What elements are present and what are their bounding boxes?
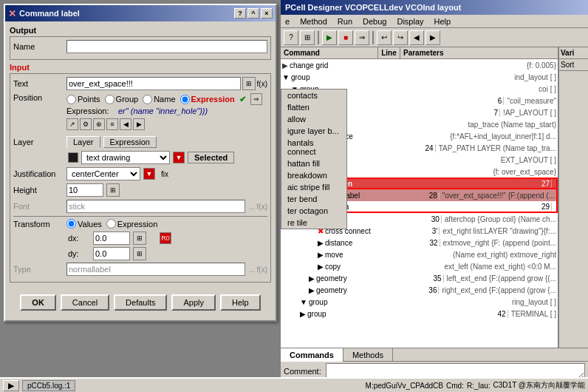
input-section: Text ⊞ f(x) Position Points Group Name E… xyxy=(10,73,271,283)
cancel-button[interactable]: Cancel xyxy=(61,294,109,311)
menu-display[interactable]: Display xyxy=(395,17,425,26)
menu-run[interactable]: Run xyxy=(336,17,354,26)
layer-tab-expression[interactable]: Expression xyxy=(103,136,157,148)
expr-value-text: er" (name "inner_hole"))) xyxy=(118,107,208,115)
toolbar-btn-back[interactable]: ◀ xyxy=(409,30,424,45)
icon-btn-4[interactable]: ≡ xyxy=(106,118,118,130)
height-label: Height xyxy=(13,186,64,195)
context-menu: contacts flatten allow igure layer b... … xyxy=(281,89,347,229)
output-section: Name xyxy=(10,36,271,60)
radio-name[interactable]: Name xyxy=(143,95,175,104)
type-input[interactable] xyxy=(66,263,245,276)
icon-btn-6[interactable]: ▶ xyxy=(133,118,145,130)
status-left: M:pedGuiVv_CPAddCB xyxy=(366,382,443,390)
pcell-title: PCell Designer VCOPCELLdev VCOInd layout xyxy=(285,3,461,12)
ok-button[interactable]: OK xyxy=(20,294,56,311)
sort-label[interactable]: Sort xyxy=(559,59,588,71)
radio-expression2[interactable]: Expression xyxy=(106,219,157,229)
toolbar-btn-1[interactable]: ? xyxy=(284,30,298,45)
pcell-titlebar: PCell Designer VCOPCELLdev VCOInd layout xyxy=(281,0,588,15)
tree-row[interactable]: ▶change grid {f: 0.005} xyxy=(281,59,558,71)
icon-btn-1[interactable]: ↗ xyxy=(66,118,78,130)
tree-row-copy[interactable]: ▶copy ext_left (Name ext_right) <0:0 M..… xyxy=(281,260,558,272)
apply-button[interactable]: Apply xyxy=(171,294,216,311)
menu-help[interactable]: Help xyxy=(433,17,453,26)
dx-label: dx: xyxy=(68,234,90,243)
dialog-minimize-btn[interactable]: ^ xyxy=(247,8,259,18)
icon-btn-3[interactable]: ⊕ xyxy=(93,118,105,130)
radio-values[interactable]: Values xyxy=(66,219,102,229)
layer-tab-layer[interactable]: Layer xyxy=(66,136,100,148)
dy-input[interactable] xyxy=(93,247,130,260)
ctx-ter-octagon[interactable]: ter octagon xyxy=(281,205,346,217)
ctx-contacts[interactable]: contacts xyxy=(281,89,346,101)
ctx-ter-bend[interactable]: ter bend xyxy=(281,193,346,205)
start-button[interactable]: ▶ xyxy=(3,380,19,391)
tree-row-move[interactable]: ▶move (Name ext_right) extmove_right xyxy=(281,249,558,260)
tree-row-distance[interactable]: ▶distance 32 extmove_right {F: (append (… xyxy=(281,237,558,249)
tree-row-group5[interactable]: ▼group ring_layout [ ] xyxy=(281,296,558,308)
dy-calc-btn[interactable]: ⊞ xyxy=(133,247,146,260)
dx-input[interactable] xyxy=(93,232,130,245)
text-calc-btn[interactable]: ⊞ xyxy=(242,77,256,90)
dx-calc-btn[interactable]: ⊞ xyxy=(133,232,146,245)
text-input[interactable] xyxy=(66,77,241,90)
text-fx-label: f(x) xyxy=(257,80,267,88)
height-input[interactable] xyxy=(66,183,103,197)
tree-row-group1[interactable]: ▼group ind_layout [ ] xyxy=(281,71,558,83)
layer-red-btn[interactable]: ▼ xyxy=(173,152,185,163)
ctx-hantals-connect[interactable]: hantals connect xyxy=(281,137,346,158)
tab-commands[interactable]: Commands xyxy=(281,348,343,362)
defaults-button[interactable]: Defaults xyxy=(114,294,167,311)
toolbar-btn-2[interactable]: ⊞ xyxy=(300,30,315,45)
name-input[interactable] xyxy=(66,40,267,53)
font-label: Font xyxy=(13,202,64,211)
dialog-close-btn[interactable]: × xyxy=(261,8,273,18)
ctx-aic-stripe[interactable]: aic stripe fill xyxy=(281,181,346,193)
layer-selected-btn[interactable]: Selected xyxy=(188,152,234,163)
menu-e[interactable]: e xyxy=(284,17,291,26)
toolbar-btn-play[interactable]: ▶ xyxy=(322,30,337,45)
justification-red-btn[interactable]: ▼ xyxy=(143,168,155,180)
line-header: Line xyxy=(378,47,400,58)
icon-btn-2[interactable]: ⚙ xyxy=(80,118,92,130)
font-input[interactable] xyxy=(66,200,245,213)
ctx-figure-layer[interactable]: igure layer b... xyxy=(281,125,346,137)
r0-btn[interactable]: R0 xyxy=(160,232,171,244)
tab-methods[interactable]: Methods xyxy=(343,348,393,362)
radio-points[interactable]: Points xyxy=(66,95,100,104)
ctx-allow[interactable]: allow xyxy=(281,113,346,125)
tree-row-geom1[interactable]: ▶geometry 35 left_ext_end {F:(append gro… xyxy=(281,272,558,284)
taskbar-pcell[interactable]: pCCb5.log.:1 xyxy=(22,380,75,391)
toolbar-btn-redo[interactable]: ↪ xyxy=(393,30,408,45)
dialog-title: Command label xyxy=(19,9,80,18)
radio-group-opt[interactable]: Group xyxy=(105,95,139,104)
vari-panel: Vari Sort xyxy=(558,47,588,348)
menu-debug[interactable]: Debug xyxy=(361,17,388,26)
height-calc-btn[interactable]: ⊞ xyxy=(106,183,120,197)
ctx-breakdown[interactable]: breakdown xyxy=(281,169,346,181)
menu-method[interactable]: Method xyxy=(298,17,329,26)
radio-expression[interactable]: Expression xyxy=(180,95,235,104)
toolbar-btn-undo[interactable]: ↩ xyxy=(377,30,392,45)
toolbar-btn-stop[interactable]: ■ xyxy=(338,30,353,45)
layer-label: Layer xyxy=(13,138,64,146)
dialog-help-btn[interactable]: ? xyxy=(234,8,246,18)
help-button[interactable]: Help xyxy=(220,294,261,311)
ctx-hattan-fill[interactable]: hattan fill xyxy=(281,158,346,169)
icon-btn-5[interactable]: ◀ xyxy=(120,118,131,130)
ctx-flatten[interactable]: flatten xyxy=(281,101,346,113)
status-middle: R:_lau: xyxy=(467,382,490,390)
expr-icon-btn[interactable]: ⇒ xyxy=(250,93,262,105)
toolbar-btn-fwd[interactable]: ▶ xyxy=(425,30,440,45)
toolbar-sep-2 xyxy=(372,31,374,44)
justification-dropdown[interactable]: centerCenter xyxy=(66,167,140,180)
tree-row-geom2[interactable]: ▶geometry 36 right_ext_end {F:(append (g… xyxy=(281,284,558,296)
tree-row-terminal[interactable]: ▶group 42 TERMINAL [ ] xyxy=(281,308,558,320)
systray: M:pedGuiVv_CPAddCB Cmd: R:_lau: C3D1T @东… xyxy=(366,380,585,391)
layer-dropdown[interactable]: text drawing xyxy=(81,151,170,164)
ctx-re-tile[interactable]: re tile xyxy=(281,217,346,229)
transform-label: Transform xyxy=(13,220,64,229)
dialog-titlebar: ✕ Command label ? ^ × xyxy=(5,5,276,21)
toolbar-btn-step[interactable]: ⇒ xyxy=(355,30,369,45)
